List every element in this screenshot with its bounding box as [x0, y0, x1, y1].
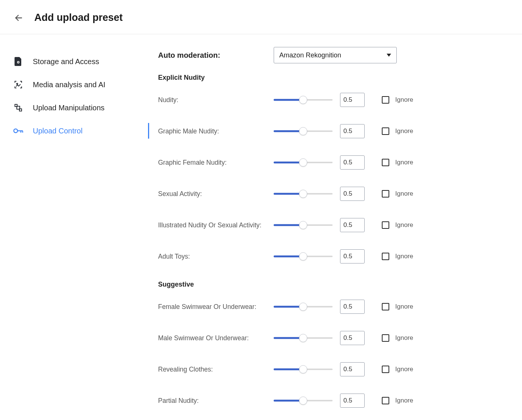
ignore-checkbox[interactable]	[382, 221, 389, 229]
moderation-row: Illustrated Nudity Or Sexual Activity:Ig…	[158, 218, 507, 232]
ignore-label: Ignore	[395, 303, 413, 310]
ignore-checkbox[interactable]	[382, 303, 389, 310]
threshold-input[interactable]	[340, 124, 365, 138]
moderation-label: Revealing Clothes:	[158, 366, 274, 373]
sidebar-item-label: Upload Control	[33, 127, 82, 135]
threshold-input[interactable]	[340, 394, 365, 408]
slider-thumb[interactable]	[299, 334, 307, 342]
moderation-row: Graphic Female Nudity:Ignore	[158, 155, 507, 170]
ignore-label: Ignore	[395, 159, 413, 166]
sidebar-item-label: Media analysis and AI	[33, 80, 106, 89]
sidebar-item-media-analysis[interactable]: Media analysis and AI	[10, 73, 149, 96]
ignore-checkbox[interactable]	[382, 159, 389, 166]
threshold-input[interactable]	[340, 362, 365, 376]
transform-icon	[13, 103, 23, 113]
threshold-input[interactable]	[340, 300, 365, 314]
ignore-label: Ignore	[395, 221, 413, 229]
auto-moderation-select[interactable]: Amazon Rekognition	[274, 47, 397, 63]
moderation-label: Nudity:	[158, 96, 274, 104]
moderation-label: Sexual Activity:	[158, 190, 274, 198]
section-title: Explicit Nudity	[158, 74, 507, 82]
ignore-checkbox[interactable]	[382, 190, 389, 198]
slider-thumb[interactable]	[299, 127, 307, 135]
threshold-input[interactable]	[340, 93, 365, 107]
moderation-label: Adult Toys:	[158, 253, 274, 260]
moderation-label: Partial Nudity:	[158, 397, 274, 405]
sidebar-item-label: Storage and Access	[33, 57, 99, 66]
select-value: Amazon Rekognition	[279, 51, 341, 59]
threshold-input[interactable]	[340, 249, 365, 263]
auto-moderation-label: Auto moderation:	[158, 51, 274, 60]
moderation-row: Adult Toys:Ignore	[158, 249, 507, 263]
moderation-row: Graphic Male Nudity:Ignore	[158, 124, 507, 138]
slider-thumb[interactable]	[299, 252, 307, 260]
moderation-row: Partial Nudity:Ignore	[158, 394, 507, 408]
threshold-input[interactable]	[340, 155, 365, 170]
threshold-slider[interactable]	[274, 365, 333, 374]
arrow-left-icon	[14, 13, 23, 22]
chevron-down-icon	[387, 54, 391, 57]
slider-thumb[interactable]	[299, 158, 307, 167]
slider-thumb[interactable]	[299, 365, 307, 373]
sidebar: Storage and Access Media analysis and AI…	[0, 34, 149, 420]
ignore-checkbox[interactable]	[382, 253, 389, 260]
slider-thumb[interactable]	[299, 397, 307, 405]
sidebar-item-label: Upload Manipulations	[33, 104, 104, 112]
threshold-slider[interactable]	[274, 189, 333, 198]
key-icon	[13, 126, 23, 136]
moderation-row: Female Swimwear Or Underwear:Ignore	[158, 300, 507, 314]
threshold-slider[interactable]	[274, 334, 333, 342]
ignore-checkbox[interactable]	[382, 96, 389, 104]
page-header: Add upload preset	[0, 0, 522, 34]
moderation-row: Revealing Clothes:Ignore	[158, 362, 507, 376]
threshold-input[interactable]	[340, 218, 365, 232]
ignore-label: Ignore	[395, 334, 413, 342]
threshold-slider[interactable]	[274, 127, 333, 136]
moderation-row: Sexual Activity:Ignore	[158, 187, 507, 201]
svg-point-7	[14, 129, 18, 133]
threshold-slider[interactable]	[274, 221, 333, 230]
svg-point-3	[17, 83, 18, 85]
threshold-slider[interactable]	[274, 158, 333, 167]
ignore-label: Ignore	[395, 397, 413, 404]
file-gear-icon	[13, 57, 23, 66]
sidebar-item-upload-manipulations[interactable]: Upload Manipulations	[10, 96, 149, 119]
back-button[interactable]	[13, 13, 24, 23]
moderation-row: Nudity:Ignore	[158, 93, 507, 107]
moderation-label: Male Swimwear Or Underwear:	[158, 334, 274, 342]
slider-thumb[interactable]	[299, 221, 307, 229]
image-analysis-icon	[13, 80, 23, 89]
moderation-label: Illustrated Nudity Or Sexual Activity:	[158, 221, 274, 229]
ignore-label: Ignore	[395, 96, 413, 104]
threshold-input[interactable]	[340, 331, 365, 345]
threshold-slider[interactable]	[274, 95, 333, 104]
sidebar-item-storage-access[interactable]: Storage and Access	[10, 50, 149, 73]
threshold-slider[interactable]	[274, 302, 333, 311]
ignore-checkbox[interactable]	[382, 366, 389, 373]
moderation-label: Female Swimwear Or Underwear:	[158, 303, 274, 311]
sidebar-item-upload-control[interactable]: Upload Control	[10, 119, 149, 142]
ignore-label: Ignore	[395, 127, 413, 135]
threshold-slider[interactable]	[274, 252, 333, 261]
ignore-checkbox[interactable]	[382, 334, 389, 342]
ignore-label: Ignore	[395, 190, 413, 198]
moderation-label: Graphic Male Nudity:	[158, 127, 274, 135]
svg-point-2	[18, 62, 19, 63]
auto-moderation-row: Auto moderation: Amazon Rekognition	[158, 47, 507, 63]
main-content: Auto moderation: Amazon Rekognition Expl…	[149, 34, 522, 420]
page-title: Add upload preset	[34, 12, 123, 23]
slider-thumb[interactable]	[299, 96, 307, 104]
slider-thumb[interactable]	[299, 190, 307, 198]
moderation-row: Male Swimwear Or Underwear:Ignore	[158, 331, 507, 345]
threshold-input[interactable]	[340, 187, 365, 201]
threshold-slider[interactable]	[274, 396, 333, 405]
slider-thumb[interactable]	[299, 303, 307, 311]
ignore-checkbox[interactable]	[382, 127, 389, 135]
ignore-label: Ignore	[395, 366, 413, 373]
section-title: Suggestive	[158, 281, 507, 288]
ignore-label: Ignore	[395, 253, 413, 260]
ignore-checkbox[interactable]	[382, 397, 389, 404]
moderation-label: Graphic Female Nudity:	[158, 159, 274, 167]
